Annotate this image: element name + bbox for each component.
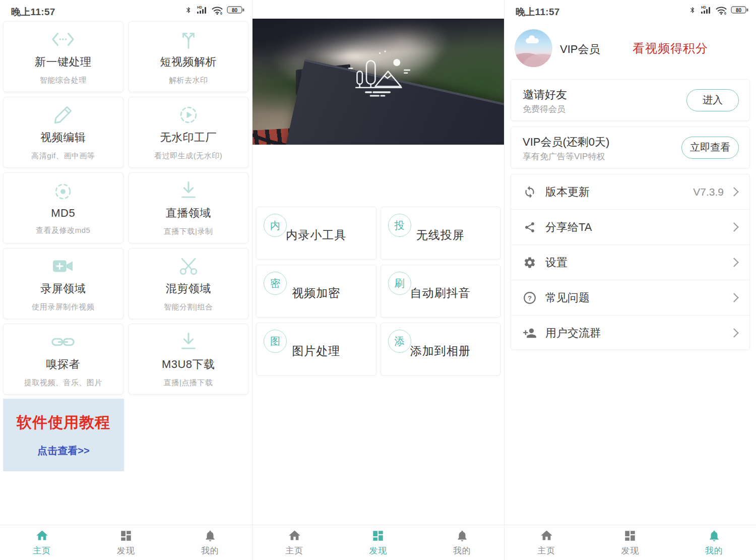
scissors-icon xyxy=(178,255,199,277)
nav-discover[interactable]: 发现 xyxy=(588,525,672,560)
bluetooth-icon xyxy=(185,5,192,15)
tool-label: 图片处理 xyxy=(257,343,376,359)
tutorial-banner[interactable]: 软件使用教程 点击查看>> xyxy=(3,399,124,471)
bottom-nav: 主页 发现 我的 xyxy=(0,525,252,560)
card-title: 邀请好友 xyxy=(523,87,567,102)
feature-card-live[interactable]: 直播领域 直播下载|录制 xyxy=(129,172,249,243)
menu-label: 设置 xyxy=(545,255,568,270)
nav-discover[interactable]: 发现 xyxy=(84,525,168,560)
nav-home[interactable]: 主页 xyxy=(505,525,588,560)
banner-photo[interactable] xyxy=(253,19,505,145)
profile-screen-panel: 晚上11:57 HD 6 80 VIP会员 看视频得积分 邀请好友 免费得会员 … xyxy=(504,0,756,560)
tutorial-link[interactable]: 点击查看>> xyxy=(37,444,89,458)
svg-text:HD: HD xyxy=(197,6,202,9)
tutorial-title: 软件使用教程 xyxy=(17,412,110,433)
battery-icon: 80 xyxy=(731,6,749,15)
feature-grid: 新一键处理 智能综合处理 短视频解析 解析去水印 视频编辑 高清gif、画中画等… xyxy=(3,21,248,395)
screen: 晚上11:57 HD 6 80 新一键处理 智能综合处理 短视频解析 解析去水印 xyxy=(0,0,756,560)
feature-subtitle: 解析去水印 xyxy=(169,76,208,85)
profile-header: VIP会员 看视频得积分 xyxy=(505,25,756,72)
home-icon xyxy=(35,529,49,542)
status-bar: 晚上11:57 HD 6 80 xyxy=(0,0,252,21)
download-icon xyxy=(178,179,199,202)
feature-card-sniffer[interactable]: 嗅探者 提取视频、音乐、图片 xyxy=(3,324,123,395)
card-subtitle: 享有免广告等VIP特权 xyxy=(523,151,605,162)
settings-menu-card: 版本更新 V7.3.9 分享给TA 设置 ? 常见问题 xyxy=(511,174,750,350)
menu-label: 版本更新 xyxy=(545,184,590,200)
tool-card-add-to-album[interactable]: 添 添加到相册 xyxy=(381,323,501,376)
share-icon xyxy=(522,220,537,235)
nav-label: 我的 xyxy=(201,545,219,556)
menu-item-version-update[interactable]: 版本更新 V7.3.9 xyxy=(511,174,749,209)
feature-card-no-watermark[interactable]: 无水印工厂 看过即生成(无水印) xyxy=(129,97,249,168)
tool-label: 无线投屏 xyxy=(381,227,500,243)
feature-title: 短视频解析 xyxy=(160,54,217,70)
tool-card-auto-swipe[interactable]: 刷 自动刷抖音 xyxy=(381,265,501,318)
person-add-icon xyxy=(522,326,537,341)
menu-item-user-group[interactable]: 用户交流群 xyxy=(511,315,749,350)
feature-card-m3u8[interactable]: M3U8下载 直播|点播下载 xyxy=(129,324,249,395)
feature-subtitle: 高清gif、画中画等 xyxy=(31,151,95,161)
dashboard-icon xyxy=(623,529,637,542)
view-now-button[interactable]: 立即查看 xyxy=(681,137,739,159)
tool-card-cast-screen[interactable]: 投 无线投屏 xyxy=(381,207,501,260)
invite-friends-card[interactable]: 邀请好友 免费得会员 进入 xyxy=(511,79,750,121)
feature-title: 混剪领域 xyxy=(166,281,211,296)
home-icon xyxy=(288,529,301,542)
nav-label: 发现 xyxy=(117,545,135,556)
nav-home[interactable]: 主页 xyxy=(0,525,84,560)
nav-discover[interactable]: 发现 xyxy=(336,525,420,560)
tool-card-image-process[interactable]: 图 图片处理 xyxy=(256,323,376,376)
photo-watermark-logo xyxy=(344,48,418,99)
menu-label: 用户交流群 xyxy=(545,326,601,341)
vip-member-label: VIP会员 xyxy=(560,42,600,57)
chevron-right-icon xyxy=(729,222,738,231)
menu-item-settings[interactable]: 设置 xyxy=(511,244,749,280)
cloud-graphic xyxy=(526,38,539,43)
discover-screen-panel: 内 内录小工具 投 无线投屏 密 视频加密 刷 自动刷抖音 图 图片处理 添 添… xyxy=(252,0,504,560)
battery-icon: 80 xyxy=(227,6,245,15)
feature-card-screen-record[interactable]: 录屏领域 使用录屏制作视频 xyxy=(3,248,123,319)
feature-subtitle: 查看及修改md5 xyxy=(36,226,90,235)
feature-subtitle: 使用录屏制作视频 xyxy=(32,302,94,312)
feature-subtitle: 看过即生成(无水印) xyxy=(154,151,222,161)
feature-card-video-edit[interactable]: 视频编辑 高清gif、画中画等 xyxy=(3,97,123,168)
tool-label: 视频加密 xyxy=(257,285,376,301)
wifi-icon: 6 xyxy=(715,5,727,15)
nav-home[interactable]: 主页 xyxy=(253,525,336,560)
bluetooth-icon xyxy=(689,5,696,15)
link-icon xyxy=(51,331,75,353)
bottom-nav: 主页 发现 我的 xyxy=(505,525,756,560)
nav-label: 主页 xyxy=(285,545,303,556)
watch-video-points-link[interactable]: 看视频得积分 xyxy=(633,40,708,56)
home-icon xyxy=(540,529,553,542)
download-icon xyxy=(178,331,199,353)
feature-card-mix-cut[interactable]: 混剪领域 智能分割|组合 xyxy=(129,248,249,319)
vip-status-card[interactable]: VIP会员(还剩0天) 享有免广告等VIP特权 立即查看 xyxy=(511,127,750,168)
bottom-nav: 主页 发现 我的 xyxy=(253,525,504,560)
tool-card-internal-record[interactable]: 内 内录小工具 xyxy=(256,207,376,260)
dashboard-icon xyxy=(371,529,385,542)
nav-label: 我的 xyxy=(705,545,723,556)
feature-card-video-parse[interactable]: 短视频解析 解析去水印 xyxy=(129,21,249,92)
nav-mine[interactable]: 我的 xyxy=(672,525,756,560)
chevron-right-icon xyxy=(729,258,738,267)
enter-button[interactable]: 进入 xyxy=(686,89,739,111)
feature-title: 视频编辑 xyxy=(40,130,86,145)
svg-text:HD: HD xyxy=(701,6,706,9)
nav-label: 发现 xyxy=(621,545,639,556)
target-dashed-icon xyxy=(52,180,74,203)
avatar[interactable] xyxy=(515,29,552,67)
tool-card-video-encrypt[interactable]: 密 视频加密 xyxy=(256,265,376,318)
nav-mine[interactable]: 我的 xyxy=(168,525,252,560)
nav-mine[interactable]: 我的 xyxy=(420,525,504,560)
feature-card-md5[interactable]: MD5 查看及修改md5 xyxy=(3,172,123,243)
menu-item-faq[interactable]: ? 常见问题 xyxy=(511,280,749,315)
feature-title: MD5 xyxy=(51,207,75,220)
status-bar: 晚上11:57 HD 6 80 xyxy=(505,0,756,21)
menu-item-share[interactable]: 分享给TA xyxy=(511,209,749,244)
feature-card-one-key[interactable]: 新一键处理 智能综合处理 xyxy=(3,21,123,92)
nav-label: 我的 xyxy=(453,545,471,556)
svg-text:6: 6 xyxy=(220,12,222,15)
feature-subtitle: 智能综合处理 xyxy=(40,76,87,85)
